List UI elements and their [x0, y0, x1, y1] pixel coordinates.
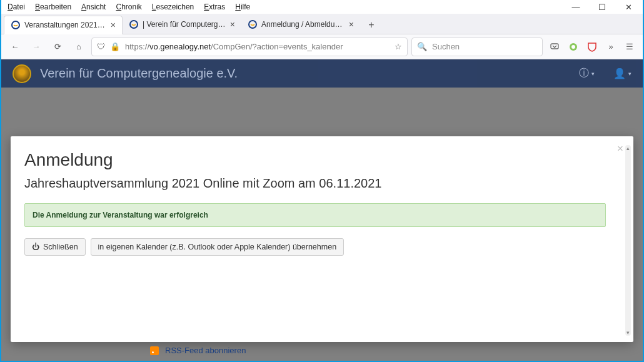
menu-datei[interactable]: Datei [8, 3, 25, 11]
url-text: https://vo.genealogy.net/CompGen/?action… [125, 42, 390, 51]
overflow-icon[interactable]: » [605, 41, 616, 53]
window-maximize-icon[interactable]: ☐ [598, 3, 606, 12]
tab-close-icon[interactable]: × [349, 19, 354, 29]
page-background: Verein für Computergenealogie e.V. ⓘ▾ 👤▾… [1, 59, 643, 361]
home-button[interactable]: ⌂ [70, 38, 88, 56]
extension-icon[interactable] [568, 41, 579, 53]
menu-hilfe[interactable]: Hilfe [235, 3, 250, 11]
success-alert: Die Anmeldung zur Veranstaltung war erfo… [24, 203, 606, 227]
browser-tab-0[interactable]: Veranstaltungen 2021 | Verein f… × [4, 16, 123, 34]
favicon-icon [11, 20, 21, 30]
close-button[interactable]: ⏻ Schließen [24, 238, 86, 256]
window-close-icon[interactable]: ✕ [624, 3, 633, 12]
modal-close-button[interactable]: × [617, 143, 623, 155]
ublock-icon[interactable] [586, 41, 598, 53]
info-icon: ⓘ [579, 67, 589, 80]
menu-extras[interactable]: Extras [204, 3, 225, 11]
new-tab-button[interactable]: + [363, 16, 380, 34]
close-button-label: Schließen [43, 243, 78, 251]
browser-toolbar: ← → ⟳ ⌂ 🛡 🔒 https://vo.genealogy.net/Com… [1, 34, 643, 59]
back-button[interactable]: ← [6, 38, 24, 56]
modal-subheading: Jahreshauptversammlung 2021 Online mit Z… [24, 176, 620, 191]
site-header: Verein für Computergenealogie e.V. ⓘ▾ 👤▾ [1, 59, 643, 88]
export-calendar-button[interactable]: in eigenen Kalender (z.B. Outlook oder A… [91, 238, 345, 256]
pocket-icon[interactable] [549, 41, 560, 53]
info-menu[interactable]: ⓘ▾ [579, 67, 595, 80]
svg-point-2 [249, 21, 256, 28]
site-logo[interactable] [13, 64, 31, 83]
hamburger-menu-icon[interactable]: ☰ [624, 41, 635, 53]
search-bar[interactable]: 🔍 Suchen [411, 38, 543, 56]
favicon-icon [129, 19, 139, 29]
menu-chronik[interactable]: Chronik [116, 3, 141, 11]
site-title: Verein für Computergenealogie e.V. [40, 66, 238, 81]
modal-heading: Anmeldung [24, 150, 620, 170]
footer-row: RSS-Feed abonnieren [150, 344, 635, 357]
browser-tab-1[interactable]: | Verein für Computergenealogie × [123, 15, 241, 34]
search-icon: 🔍 [417, 42, 427, 51]
scroll-down-icon[interactable]: ▾ [626, 329, 630, 336]
user-icon: 👤 [613, 68, 626, 79]
forward-button[interactable]: → [28, 38, 45, 56]
chevron-down-icon: ▾ [591, 71, 595, 77]
reload-button[interactable]: ⟳ [49, 38, 66, 56]
lock-icon[interactable]: 🔒 [110, 42, 120, 51]
tab-title: Veranstaltungen 2021 | Verein f… [24, 21, 107, 29]
tab-close-icon[interactable]: × [111, 20, 116, 30]
window-minimize-icon[interactable]: — [571, 3, 580, 12]
svg-point-1 [130, 21, 138, 28]
tab-title: | Verein für Computergenealogie [143, 20, 226, 29]
url-bar[interactable]: 🛡 🔒 https://vo.genealogy.net/CompGen/?ac… [91, 38, 408, 56]
chevron-down-icon: ▾ [628, 71, 631, 77]
browser-tabstrip: Veranstaltungen 2021 | Verein f… × | Ver… [1, 14, 643, 34]
favicon-icon [248, 19, 258, 29]
tab-title: Anmeldung / Abmeldung: Jahre… [261, 20, 345, 29]
user-menu[interactable]: 👤▾ [613, 67, 631, 80]
scroll-up-icon[interactable]: ▴ [626, 145, 630, 151]
os-menubar: Datei Bearbeiten Ansicht Chronik Lesezei… [1, 0, 643, 14]
search-placeholder: Suchen [432, 42, 460, 51]
menu-lesezeichen[interactable]: Lesezeichen [152, 3, 194, 11]
svg-point-0 [12, 21, 19, 29]
registration-modal: × Anmeldung Jahreshauptversammlung 2021 … [11, 136, 633, 342]
modal-scrollbar[interactable]: ▴ ▾ [625, 145, 631, 336]
export-button-label: in eigenen Kalender (z.B. Outlook oder A… [98, 243, 337, 251]
power-icon: ⏻ [32, 243, 39, 251]
menu-ansicht[interactable]: Ansicht [81, 3, 106, 11]
tab-close-icon[interactable]: × [230, 19, 235, 29]
svg-point-5 [571, 45, 575, 49]
rss-link[interactable]: RSS-Feed abonnieren [165, 346, 246, 355]
bookmark-star-icon[interactable]: ☆ [395, 42, 402, 51]
menu-bearbeiten[interactable]: Bearbeiten [35, 3, 71, 11]
browser-tab-2[interactable]: Anmeldung / Abmeldung: Jahre… × [241, 15, 360, 34]
rss-icon[interactable] [150, 346, 159, 355]
shield-icon[interactable]: 🛡 [97, 42, 105, 51]
